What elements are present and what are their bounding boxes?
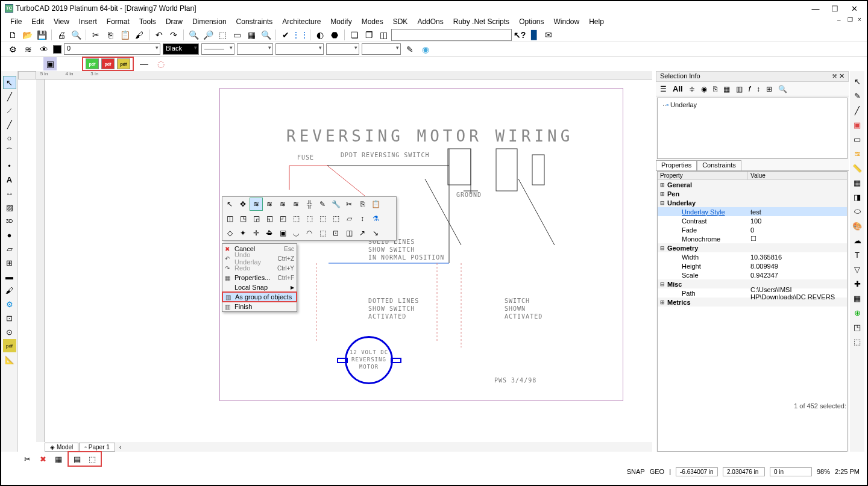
selection-tree[interactable]: ··▫ Underlay xyxy=(657,98,848,159)
layer-color-swatch[interactable] xyxy=(53,45,61,54)
tab-prev-button[interactable]: ‹ xyxy=(116,444,125,450)
ct-layer1-icon[interactable]: ≋ xyxy=(250,198,263,211)
drawing-canvas[interactable]: REVERSING MOTOR WIRING FUSE DPDT REVERSI… xyxy=(45,79,652,442)
menu-sdk[interactable]: SDK xyxy=(389,16,412,27)
mdi-restore-button[interactable]: ❐ xyxy=(848,16,854,23)
tab-constraints[interactable]: Constraints xyxy=(697,160,741,170)
filter-f1-icon[interactable]: ≑ xyxy=(687,84,697,95)
pdf-green-button[interactable]: pdf xyxy=(86,58,99,69)
ct-b3-icon[interactable]: ✛ xyxy=(250,226,263,240)
segment-tool[interactable]: ╱ xyxy=(3,117,16,131)
wall-tool[interactable]: ▬ xyxy=(3,270,16,283)
rt-filter-icon[interactable]: ▽ xyxy=(851,263,864,276)
menu-modes[interactable]: Modes xyxy=(357,16,388,27)
zoom-out-button[interactable]: 🔎 xyxy=(201,28,215,42)
layer-stack-icon[interactable]: ≋ xyxy=(22,43,35,56)
rt-drop-icon[interactable]: ⬭ xyxy=(851,205,864,218)
ct-layer4-icon[interactable]: ≋ xyxy=(289,198,303,211)
filter-f4-icon[interactable]: ▦ xyxy=(722,84,732,95)
menu-ruby-net-scripts[interactable]: Ruby .Net Scripts xyxy=(449,16,514,27)
ct-cube7-icon[interactable]: ⬚ xyxy=(303,212,316,225)
rt-cloud-icon[interactable]: ☁ xyxy=(851,234,864,247)
rt-line-icon[interactable]: ╱ xyxy=(851,104,864,117)
grid-tool[interactable]: ⊞ xyxy=(3,256,16,269)
rt-table-icon[interactable]: ▦ xyxy=(851,176,864,189)
prop-general[interactable]: ⊞General xyxy=(658,180,847,189)
prop-underlay-style[interactable]: Underlay Styletest xyxy=(658,207,847,216)
ct-copy-icon[interactable]: ⎘ xyxy=(356,198,369,211)
prop-contrast[interactable]: Contrast100 xyxy=(658,216,847,225)
prop-underlay[interactable]: ⊟Underlay xyxy=(658,198,847,207)
ct-cut-icon[interactable]: ✂ xyxy=(342,198,356,211)
ct-cube1-icon[interactable]: ◫ xyxy=(223,212,236,225)
rt-3d-icon[interactable]: ◳ xyxy=(851,320,864,334)
ct-layer3-icon[interactable]: ≋ xyxy=(276,198,289,211)
save-button[interactable]: 💾 xyxy=(35,28,48,42)
prop-geometry[interactable]: ⊟Geometry xyxy=(658,243,847,252)
paste-button[interactable]: 📋 xyxy=(118,28,131,42)
menu-tools[interactable]: Tools xyxy=(135,16,160,27)
menu-architecture[interactable]: Architecture xyxy=(278,16,325,27)
minimize-button[interactable]: — xyxy=(811,4,820,13)
spellcheck-button[interactable]: ✔ xyxy=(279,28,292,42)
filter-f2-icon[interactable]: ◉ xyxy=(699,84,709,95)
menu-format[interactable]: Format xyxy=(102,16,134,27)
rt-box-icon[interactable]: ▣ xyxy=(851,118,864,131)
menu-addons[interactable]: AddOns xyxy=(413,16,447,27)
dropdown2[interactable] xyxy=(326,43,359,55)
ct-b10-icon[interactable]: ◫ xyxy=(342,226,356,240)
prop-scale[interactable]: Scale0.942347 xyxy=(658,270,847,279)
ct-axis-icon[interactable]: ↕ xyxy=(356,212,369,225)
view-button[interactable]: ▣ xyxy=(43,57,57,70)
bt-2d-view-icon[interactable]: ▤ xyxy=(71,452,84,466)
menu-options[interactable]: Options xyxy=(515,16,548,27)
ct-wrench-icon[interactable]: 🔧 xyxy=(329,198,342,211)
rt-grid-icon[interactable]: ▦ xyxy=(851,291,864,305)
close-button[interactable]: ✕ xyxy=(850,4,858,13)
rt-arrow-icon[interactable]: ↖ xyxy=(851,75,864,88)
tool-button[interactable]: ⬣ xyxy=(328,28,341,42)
tree-underlay-item[interactable]: ··▫ Underlay xyxy=(660,101,844,109)
menu-file[interactable]: File xyxy=(6,16,26,27)
ct-b6-icon[interactable]: ◡ xyxy=(289,226,303,240)
format-painter-button[interactable]: 🖌 xyxy=(133,28,146,42)
rt-pencil-icon[interactable]: ✎ xyxy=(851,89,864,102)
ct-select-icon[interactable]: ↖ xyxy=(223,198,236,211)
mdi-close-button[interactable]: × xyxy=(858,16,864,23)
undo-button[interactable]: ↶ xyxy=(153,28,166,42)
status-geo[interactable]: GEO xyxy=(650,468,664,475)
bt-delete-icon[interactable]: ✖ xyxy=(36,452,49,466)
menu-modify[interactable]: Modify xyxy=(326,16,356,27)
dimension-tool[interactable]: ↔ xyxy=(3,187,16,200)
pencil-icon[interactable]: ✎ xyxy=(403,43,417,56)
copy-button[interactable]: ⎘ xyxy=(104,28,117,42)
ct-node-icon[interactable]: ╬ xyxy=(303,198,316,211)
ct-pencil-icon[interactable]: ✎ xyxy=(316,198,329,211)
zoom-in-button[interactable]: 🔍 xyxy=(187,28,200,42)
ct-b5-icon[interactable]: ▣ xyxy=(276,226,289,240)
ct-cube9-icon[interactable]: ⬚ xyxy=(329,212,342,225)
ct-b9-icon[interactable]: ⊡ xyxy=(329,226,342,240)
book-button[interactable]: ▉ xyxy=(527,28,541,42)
rt-layers-icon[interactable]: ≋ xyxy=(851,147,864,160)
bt-iso-view-icon[interactable]: ⬚ xyxy=(86,452,99,466)
command-input[interactable] xyxy=(391,29,512,41)
grid-button[interactable]: ⋮⋮ xyxy=(294,28,307,42)
layer-dropdown[interactable]: 0 xyxy=(64,43,160,55)
maximize-button[interactable]: ☐ xyxy=(831,4,839,13)
menu-constraints[interactable]: Constraints xyxy=(232,16,277,27)
pdf-tool[interactable]: pdf xyxy=(3,339,16,352)
tile-button[interactable]: ◫ xyxy=(377,28,390,42)
ct-cube4-icon[interactable]: ◱ xyxy=(263,212,276,225)
filter-f7-icon[interactable]: ⊞ xyxy=(764,84,774,95)
rt-rect-icon[interactable]: ▭ xyxy=(851,132,864,146)
rt-palette-icon[interactable]: 🎨 xyxy=(851,219,864,232)
hatch-tool[interactable]: ▨ xyxy=(3,201,16,214)
ct-move-icon[interactable]: ✥ xyxy=(236,198,250,211)
ct-layer2-icon[interactable]: ≋ xyxy=(263,198,276,211)
ct-cube8-icon[interactable]: ⬚ xyxy=(316,212,329,225)
gear-icon[interactable]: ⚙ xyxy=(6,43,19,56)
linetype-dropdown[interactable]: ——— xyxy=(201,43,234,55)
ct-b11-icon[interactable]: ↗ xyxy=(356,226,369,240)
panel-pin-icon[interactable]: ⤧ xyxy=(832,72,837,79)
